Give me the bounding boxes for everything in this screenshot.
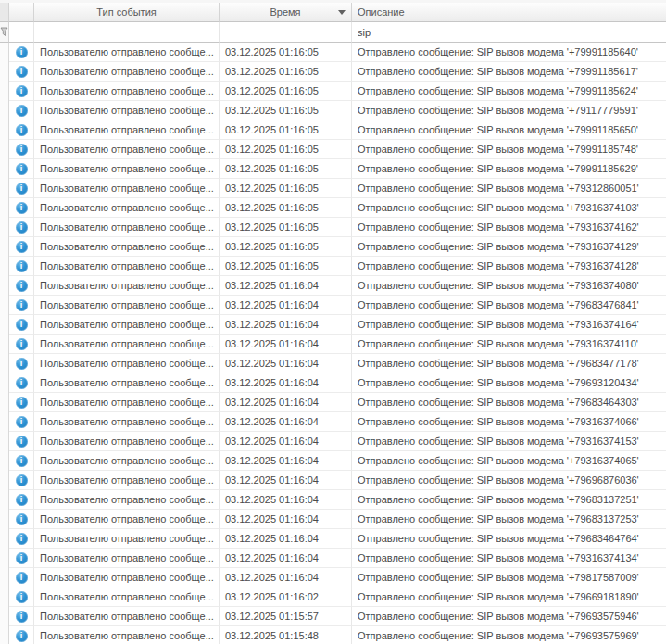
- table-row[interactable]: i Пользователю отправлено сообще... 03.1…: [0, 354, 666, 373]
- table-row[interactable]: i Пользователю отправлено сообще... 03.1…: [0, 101, 666, 120]
- time-cell[interactable]: 03.12.2025 01:16:05: [220, 120, 352, 140]
- event-type-cell[interactable]: Пользователю отправлено сообще...: [34, 335, 220, 354]
- event-type-cell[interactable]: Пользователю отправлено сообще...: [34, 412, 220, 432]
- time-cell[interactable]: 03.12.2025 01:16:05: [220, 218, 352, 237]
- table-row[interactable]: i Пользователю отправлено сообще... 03.1…: [0, 237, 666, 257]
- time-cell[interactable]: 03.12.2025 01:16:05: [220, 237, 352, 257]
- table-row[interactable]: i Пользователю отправлено сообще... 03.1…: [0, 607, 666, 626]
- time-cell[interactable]: 03.12.2025 01:16:04: [220, 373, 352, 393]
- time-cell[interactable]: 03.12.2025 01:16:05: [220, 82, 352, 101]
- description-cell[interactable]: Отправлено сообщение: SIP вызов модема '…: [352, 412, 666, 432]
- table-row[interactable]: i Пользователю отправлено сообще... 03.1…: [0, 626, 666, 644]
- table-row[interactable]: i Пользователю отправлено сообще... 03.1…: [0, 568, 666, 587]
- description-cell[interactable]: Отправлено сообщение: SIP вызов модема '…: [352, 179, 666, 198]
- time-cell[interactable]: 03.12.2025 01:16:04: [220, 510, 352, 529]
- row-icon-cell[interactable]: i: [9, 432, 34, 451]
- event-type-cell[interactable]: Пользователю отправлено сообще...: [34, 510, 220, 529]
- time-cell[interactable]: 03.12.2025 01:16:04: [220, 315, 352, 335]
- time-cell[interactable]: 03.12.2025 01:16:04: [220, 432, 352, 451]
- table-row[interactable]: i Пользователю отправлено сообще... 03.1…: [0, 412, 666, 432]
- description-cell[interactable]: Отправлено сообщение: SIP вызов модема '…: [352, 587, 666, 607]
- table-row[interactable]: i Пользователю отправлено сообще... 03.1…: [0, 587, 666, 607]
- event-type-cell[interactable]: Пользователю отправлено сообще...: [34, 315, 220, 335]
- column-header-description[interactable]: Описание: [352, 3, 666, 22]
- description-cell[interactable]: Отправлено сообщение: SIP вызов модема '…: [352, 607, 666, 626]
- description-cell[interactable]: Отправлено сообщение: SIP вызов модема '…: [352, 276, 666, 296]
- row-icon-cell[interactable]: i: [9, 607, 34, 626]
- row-icon-cell[interactable]: i: [9, 276, 34, 296]
- description-cell[interactable]: Отправлено сообщение: SIP вызов модема '…: [352, 218, 666, 237]
- time-cell[interactable]: 03.12.2025 01:16:04: [220, 354, 352, 373]
- description-cell[interactable]: Отправлено сообщение: SIP вызов модема '…: [352, 82, 666, 101]
- event-type-cell[interactable]: Пользователю отправлено сообще...: [34, 296, 220, 315]
- table-row[interactable]: i Пользователю отправлено сообще... 03.1…: [0, 276, 666, 296]
- event-type-cell[interactable]: Пользователю отправлено сообще...: [34, 471, 220, 490]
- time-cell[interactable]: 03.12.2025 01:16:05: [220, 43, 352, 62]
- event-type-cell[interactable]: Пользователю отправлено сообще...: [34, 140, 220, 159]
- row-icon-cell[interactable]: i: [9, 412, 34, 432]
- time-cell[interactable]: 03.12.2025 01:16:05: [220, 198, 352, 218]
- description-cell[interactable]: Отправлено сообщение: SIP вызов модема '…: [352, 43, 666, 62]
- event-type-cell[interactable]: Пользователю отправлено сообще...: [34, 490, 220, 510]
- row-icon-cell[interactable]: i: [9, 62, 34, 82]
- row-icon-cell[interactable]: i: [9, 198, 34, 218]
- row-icon-cell[interactable]: i: [9, 218, 34, 237]
- table-row[interactable]: i Пользователю отправлено сообще... 03.1…: [0, 159, 666, 179]
- event-type-cell[interactable]: Пользователю отправлено сообще...: [34, 354, 220, 373]
- row-icon-cell[interactable]: i: [9, 587, 34, 607]
- filter-cell-description[interactable]: sip: [352, 22, 666, 43]
- time-cell[interactable]: 03.12.2025 01:16:02: [220, 587, 352, 607]
- row-icon-cell[interactable]: i: [9, 354, 34, 373]
- time-cell[interactable]: 03.12.2025 01:16:04: [220, 296, 352, 315]
- row-icon-cell[interactable]: i: [9, 471, 34, 490]
- time-cell[interactable]: 03.12.2025 01:16:04: [220, 451, 352, 471]
- time-cell[interactable]: 03.12.2025 01:15:48: [220, 626, 352, 644]
- description-cell[interactable]: Отправлено сообщение: SIP вызов модема '…: [352, 510, 666, 529]
- event-type-cell[interactable]: Пользователю отправлено сообще...: [34, 257, 220, 276]
- description-cell[interactable]: Отправлено сообщение: SIP вызов модема '…: [352, 471, 666, 490]
- time-cell[interactable]: 03.12.2025 01:16:05: [220, 140, 352, 159]
- row-icon-cell[interactable]: i: [9, 510, 34, 529]
- row-icon-cell[interactable]: i: [9, 82, 34, 101]
- description-cell[interactable]: Отправлено сообщение: SIP вызов модема '…: [352, 296, 666, 315]
- description-cell[interactable]: Отправлено сообщение: SIP вызов модема '…: [352, 335, 666, 354]
- table-row[interactable]: i Пользователю отправлено сообще... 03.1…: [0, 335, 666, 354]
- row-icon-cell[interactable]: i: [9, 451, 34, 471]
- table-row[interactable]: i Пользователю отправлено сообще... 03.1…: [0, 432, 666, 451]
- event-type-cell[interactable]: Пользователю отправлено сообще...: [34, 276, 220, 296]
- description-cell[interactable]: Отправлено сообщение: SIP вызов модема '…: [352, 432, 666, 451]
- description-cell[interactable]: Отправлено сообщение: SIP вызов модема '…: [352, 237, 666, 257]
- filter-cell-icon-column[interactable]: [9, 22, 34, 43]
- table-row[interactable]: i Пользователю отправлено сообще... 03.1…: [0, 490, 666, 510]
- event-type-cell[interactable]: Пользователю отправлено сообще...: [34, 159, 220, 179]
- row-icon-cell[interactable]: i: [9, 568, 34, 587]
- table-row[interactable]: i Пользователю отправлено сообще... 03.1…: [0, 120, 666, 140]
- event-type-cell[interactable]: Пользователю отправлено сообще...: [34, 607, 220, 626]
- description-cell[interactable]: Отправлено сообщение: SIP вызов модема '…: [352, 354, 666, 373]
- description-cell[interactable]: Отправлено сообщение: SIP вызов модема '…: [352, 529, 666, 549]
- row-icon-cell[interactable]: i: [9, 159, 34, 179]
- event-type-cell[interactable]: Пользователю отправлено сообще...: [34, 198, 220, 218]
- table-row[interactable]: i Пользователю отправлено сообще... 03.1…: [0, 296, 666, 315]
- row-icon-cell[interactable]: i: [9, 335, 34, 354]
- row-icon-cell[interactable]: i: [9, 626, 34, 644]
- time-cell[interactable]: 03.12.2025 01:16:04: [220, 471, 352, 490]
- description-cell[interactable]: Отправлено сообщение: SIP вызов модема '…: [352, 198, 666, 218]
- event-type-cell[interactable]: Пользователю отправлено сообще...: [34, 101, 220, 120]
- table-row[interactable]: i Пользователю отправлено сообще... 03.1…: [0, 43, 666, 62]
- description-cell[interactable]: Отправлено сообщение: SIP вызов модема '…: [352, 140, 666, 159]
- table-row[interactable]: i Пользователю отправлено сообще... 03.1…: [0, 315, 666, 335]
- column-header-time[interactable]: Время: [220, 3, 352, 22]
- row-icon-cell[interactable]: i: [9, 490, 34, 510]
- table-row[interactable]: i Пользователю отправлено сообще... 03.1…: [0, 471, 666, 490]
- row-icon-cell[interactable]: i: [9, 373, 34, 393]
- description-cell[interactable]: Отправлено сообщение: SIP вызов модема '…: [352, 451, 666, 471]
- description-cell[interactable]: Отправлено сообщение: SIP вызов модема '…: [352, 568, 666, 587]
- time-cell[interactable]: 03.12.2025 01:16:04: [220, 549, 352, 568]
- time-cell[interactable]: 03.12.2025 01:16:04: [220, 412, 352, 432]
- event-type-cell[interactable]: Пользователю отправлено сообще...: [34, 62, 220, 82]
- table-row[interactable]: i Пользователю отправлено сообще... 03.1…: [0, 257, 666, 276]
- description-cell[interactable]: Отправлено сообщение: SIP вызов модема '…: [352, 626, 666, 644]
- table-row[interactable]: i Пользователю отправлено сообще... 03.1…: [0, 198, 666, 218]
- description-cell[interactable]: Отправлено сообщение: SIP вызов модема '…: [352, 62, 666, 82]
